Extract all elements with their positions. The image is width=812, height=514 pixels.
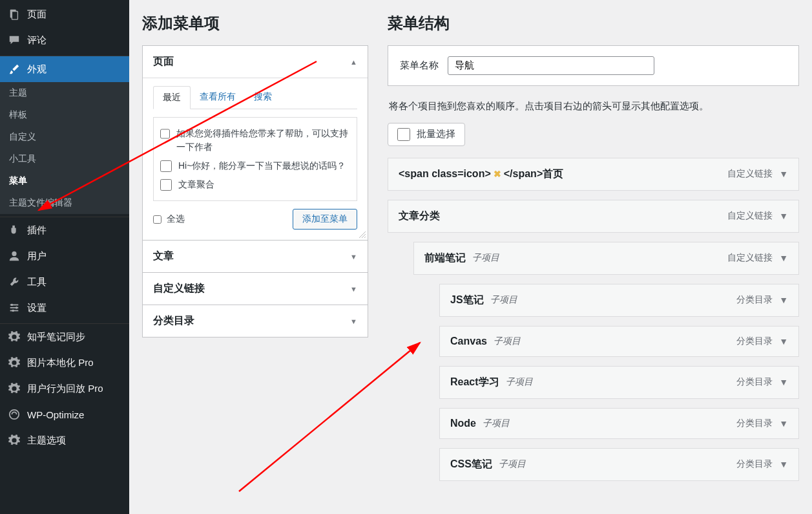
sidebar-item-settings[interactable]: 设置	[0, 295, 129, 321]
gear-icon	[8, 356, 21, 369]
menu-item-label: <span class=icon> ✖ </span>首页	[399, 167, 563, 181]
sub-item-badge: 子项目	[472, 252, 499, 264]
plugins-icon	[8, 224, 21, 237]
page-item[interactable]: Hi~你好，能分享一下当下最想说的话吗？	[160, 156, 350, 175]
settings-icon	[8, 301, 21, 314]
menu-item-label: 前端笔记子项目	[424, 252, 499, 265]
gear-icon	[8, 330, 21, 343]
menu-item-type: 自定义链接	[727, 210, 773, 222]
accordion-categories-head[interactable]: 分类目录 ▼	[143, 305, 368, 337]
menu-name-row: 菜单名称	[388, 45, 799, 86]
sub-item-badge: 子项目	[506, 376, 533, 388]
menu-item[interactable]: Node子项目分类目录▼	[439, 408, 799, 439]
chevron-down-icon[interactable]: ▼	[779, 377, 788, 387]
chevron-down-icon[interactable]: ▼	[779, 253, 788, 263]
menu-item-type: 分类目录	[736, 294, 773, 306]
chevron-down-icon: ▼	[350, 285, 357, 293]
svg-point-2	[12, 252, 16, 256]
accordion-posts-head[interactable]: 文章 ▼	[143, 240, 368, 272]
sidebar-item-replay[interactable]: 用户行为回放 Pro	[0, 376, 129, 402]
page-item[interactable]: 如果您觉得插件给您带来了帮助，可以支持一下作者	[160, 124, 350, 156]
chevron-down-icon[interactable]: ▼	[779, 169, 788, 179]
accordion-pages-head[interactable]: 页面 ▲	[143, 46, 368, 78]
page-checkbox[interactable]	[160, 128, 170, 140]
page-checkbox[interactable]	[160, 160, 172, 172]
accordion-custom-links-head[interactable]: 自定义链接 ▼	[143, 272, 368, 305]
menu-item-type: 自定义链接	[727, 168, 773, 180]
select-all[interactable]: 全选	[153, 213, 185, 225]
menu-item-label: React学习子项目	[450, 376, 533, 389]
sidebar-sub-menus[interactable]: 菜单	[0, 170, 129, 192]
tab-recent[interactable]: 最近	[153, 86, 191, 109]
sidebar-item-tools[interactable]: 工具	[0, 269, 129, 295]
menu-name-input[interactable]	[448, 56, 654, 75]
menu-item-label: JS笔记子项目	[450, 294, 517, 307]
sidebar-sub-widgets[interactable]: 小工具	[0, 148, 129, 170]
menu-item-type: 分类目录	[736, 418, 773, 429]
sidebar-sub-templates[interactable]: 样板	[0, 104, 129, 126]
sidebar-item-wp-optimize[interactable]: WP-Optimize	[0, 402, 129, 427]
menu-item[interactable]: Canvas子项目分类目录▼	[439, 326, 799, 357]
page-item[interactable]: 文章聚合	[160, 175, 350, 194]
chevron-down-icon[interactable]: ▼	[779, 295, 788, 305]
pages-tabs: 最近 查看所有 搜索	[153, 86, 357, 109]
chevron-down-icon[interactable]: ▼	[779, 336, 788, 347]
chevron-up-icon: ▲	[350, 58, 357, 66]
drag-instructions: 将各个项目拖到您喜欢的顺序。点击项目右边的箭头可显示其他配置选项。	[388, 86, 799, 123]
menu-item[interactable]: 前端笔记子项目自定义链接▼	[413, 242, 799, 275]
tools-icon	[8, 275, 21, 288]
sub-item-badge: 子项目	[490, 294, 517, 306]
menu-item[interactable]: JS笔记子项目分类目录▼	[439, 284, 799, 317]
sidebar-item-zhihu-sync[interactable]: 知乎笔记同步	[0, 324, 129, 350]
resize-handle-icon[interactable]	[359, 231, 366, 239]
menu-item-type: 分类目录	[736, 376, 773, 388]
admin-sidebar: 页面 评论 外观 主题 样板 自定义 小工具 菜单 主题文件编辑器 插件 用户 …	[0, 0, 129, 514]
bulk-select[interactable]: 批量选择	[388, 123, 465, 146]
menu-item-type: 分类目录	[736, 336, 773, 347]
menu-item-label: Canvas子项目	[450, 336, 521, 347]
menu-item[interactable]: <span class=icon> ✖ </span>首页自定义链接▼	[388, 158, 799, 191]
sidebar-item-comments[interactable]: 评论	[0, 27, 129, 53]
menu-name-label: 菜单名称	[400, 59, 439, 72]
chevron-down-icon[interactable]: ▼	[779, 418, 788, 429]
chevron-down-icon[interactable]: ▼	[779, 459, 788, 469]
sidebar-sub-customize[interactable]: 自定义	[0, 126, 129, 148]
gear-icon	[8, 382, 21, 395]
menu-items-list: <span class=icon> ✖ </span>首页自定义链接▼文章分类自…	[388, 158, 799, 481]
svg-point-7	[16, 306, 18, 309]
sidebar-label: 外观	[27, 63, 47, 76]
users-icon	[8, 250, 21, 262]
sidebar-item-theme-options[interactable]: 主题选项	[0, 427, 129, 453]
sidebar-item-image-local[interactable]: 图片本地化 Pro	[0, 350, 129, 376]
chevron-down-icon[interactable]: ▼	[779, 211, 788, 221]
sidebar-sub-theme-editor[interactable]: 主题文件编辑器	[0, 192, 129, 214]
bulk-select-checkbox[interactable]	[397, 128, 410, 141]
svg-rect-1	[12, 12, 17, 20]
chevron-down-icon: ▼	[350, 253, 357, 261]
sidebar-label: 评论	[27, 34, 47, 47]
comments-icon	[8, 34, 21, 47]
menu-item[interactable]: CSS笔记子项目分类目录▼	[439, 448, 799, 481]
sidebar-item-plugins[interactable]: 插件	[0, 217, 129, 243]
pages-icon	[8, 8, 21, 21]
sidebar-sub-themes[interactable]: 主题	[0, 82, 129, 104]
gear-icon	[8, 434, 21, 447]
sidebar-item-users[interactable]: 用户	[0, 243, 129, 269]
menu-item[interactable]: React学习子项目分类目录▼	[439, 366, 799, 399]
menu-item-type: 自定义链接	[727, 252, 773, 264]
menu-item-label: CSS笔记子项目	[450, 458, 526, 471]
chevron-down-icon: ▼	[350, 317, 357, 325]
tab-search[interactable]: 搜索	[245, 86, 281, 109]
tab-view-all[interactable]: 查看所有	[191, 86, 245, 109]
menu-item[interactable]: 文章分类自定义链接▼	[388, 200, 799, 233]
add-to-menu-button[interactable]: 添加至菜单	[293, 209, 357, 230]
pages-list[interactable]: 如果您觉得插件给您带来了帮助，可以支持一下作者 Hi~你好，能分享一下当下最想说…	[153, 117, 357, 201]
sidebar-item-appearance[interactable]: 外观	[0, 56, 129, 82]
main-content: 添加菜单项 页面 ▲ 最近 查看所有 搜索 如果您觉得插件给您带来了帮助，可以支…	[129, 0, 812, 490]
page-checkbox[interactable]	[160, 179, 172, 191]
menu-item-type: 分类目录	[736, 458, 773, 470]
sidebar-item-pages[interactable]: 页面	[0, 1, 129, 27]
svg-point-8	[12, 310, 14, 312]
sidebar-label: 页面	[27, 8, 47, 21]
select-all-checkbox[interactable]	[153, 215, 161, 224]
